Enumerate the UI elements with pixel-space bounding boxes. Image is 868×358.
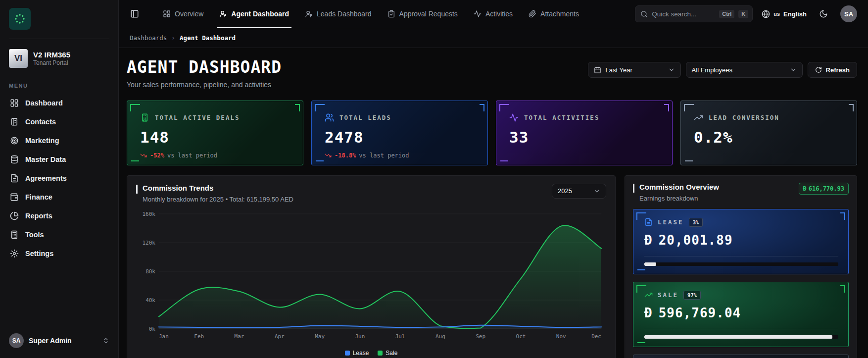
tenant-subtitle: Tenant Portal [33, 59, 70, 66]
chevron-down-icon [668, 66, 675, 73]
tab-overview[interactable]: Overview [156, 0, 210, 28]
building-icon [140, 113, 149, 122]
svg-text:Apr: Apr [275, 333, 285, 340]
target-icon [10, 136, 19, 145]
users-icon [325, 113, 334, 122]
language-label: English [783, 10, 807, 18]
sidebar-item-finance[interactable]: Finance [5, 188, 113, 206]
lease-progress-fill [644, 262, 656, 266]
overview-title: Commission Overview [639, 183, 719, 191]
dashboard-tabs: Overview Agent Dashboard Leads Dashboard… [156, 0, 585, 28]
tab-label: Attachments [540, 10, 579, 18]
next-commission-card[interactable] [633, 355, 849, 358]
contact-book-icon [10, 117, 19, 126]
sidebar: VI V2 IRM365 Tenant Portal MENU Dashboar… [0, 0, 119, 358]
employees-select[interactable]: All Employees [686, 62, 803, 78]
sidebar-toggle-button[interactable] [127, 6, 143, 22]
stat-card-total-leads[interactable]: TOTAL LEADS 2478 -18.8% vs last period [311, 101, 488, 165]
sidebar-item-label: Reports [25, 212, 52, 220]
tab-label: Approval Requests [399, 10, 458, 18]
content: AGENT DASHBOARD Your sales performance, … [119, 48, 868, 358]
stat-cards: TOTAL ACTIVE DEALS 148 -52% vs last peri… [127, 101, 857, 165]
trending-up-icon [694, 113, 703, 122]
stat-label: TOTAL LEADS [339, 114, 391, 121]
tab-agent-dashboard[interactable]: Agent Dashboard [213, 0, 295, 28]
svg-text:Feb: Feb [194, 333, 204, 340]
search-input[interactable] [652, 10, 715, 18]
svg-text:Jun: Jun [355, 333, 365, 340]
svg-text:Jan: Jan [159, 333, 169, 340]
sidebar-item-tools[interactable]: Tools [5, 225, 113, 244]
topbar: Overview Agent Dashboard Leads Dashboard… [119, 0, 868, 28]
legend-label: Lease [353, 350, 369, 357]
stat-label: LEAD CONVERSION [709, 114, 779, 121]
moon-icon [819, 9, 828, 18]
tab-attachments[interactable]: Attachments [522, 0, 585, 28]
sidebar-item-master-data[interactable]: Master Data [5, 150, 113, 169]
activity-icon [474, 10, 482, 18]
sale-amount: 596,769.04 [659, 306, 741, 320]
calculator-icon [10, 230, 19, 239]
sidebar-item-reports[interactable]: Reports [5, 206, 113, 225]
sidebar-item-dashboard[interactable]: Dashboard [5, 94, 113, 112]
sidebar-item-label: Master Data [25, 155, 66, 163]
avatar: SA [9, 333, 24, 348]
legend-swatch [345, 351, 350, 356]
refresh-label: Refresh [826, 66, 850, 74]
stat-value: 2478 [325, 128, 476, 146]
sidebar-item-contacts[interactable]: Contacts [5, 112, 113, 131]
user-switcher[interactable]: SA Super Admin [0, 325, 118, 358]
menu-section-label: MENU [0, 68, 118, 92]
stat-card-total-activities[interactable]: TOTAL ACTIVITIES 33 [496, 101, 673, 165]
stat-card-total-active-deals[interactable]: TOTAL ACTIVE DEALS 148 -52% vs last peri… [127, 101, 303, 165]
sidebar-item-agreements[interactable]: Agreements [5, 169, 113, 188]
year-select[interactable]: 2025 [552, 184, 606, 199]
sale-commission-card[interactable]: SALE 97% Đ 596,769.04 [633, 282, 849, 347]
tenant-brand[interactable]: VI V2 IRM365 Tenant Portal [0, 39, 118, 68]
stat-value: 0.2% [694, 128, 845, 146]
legend-item-lease[interactable]: Lease [345, 350, 369, 357]
language-selector[interactable]: us English [762, 10, 807, 18]
user-icon [305, 10, 313, 18]
tab-leads-dashboard[interactable]: Leads Dashboard [298, 0, 378, 28]
sidebar-item-settings[interactable]: Settings [5, 244, 113, 263]
svg-text:80k: 80k [145, 268, 155, 275]
sidebar-item-label: Contacts [25, 118, 56, 126]
sidebar-menu: Dashboard Contacts Marketing Master Data… [0, 92, 118, 265]
total-amount: 616,770.93 [809, 185, 844, 192]
quick-search[interactable]: Ctrl K [635, 5, 753, 22]
chevrons-up-down-icon [102, 337, 109, 344]
period-select[interactable]: Last Year [588, 62, 681, 78]
commission-trends-chart: 0k40k80k120k160kJanFebMarAprMayJunJulAug… [136, 207, 606, 357]
currency-symbol: Đ [644, 233, 653, 248]
file-text-icon [10, 174, 19, 183]
commission-overview-panel: Commission Overview Earnings breakdown Đ… [625, 175, 857, 358]
grid-icon [163, 10, 171, 18]
stat-label: TOTAL ACTIVITIES [524, 114, 599, 121]
tab-activities[interactable]: Activities [467, 0, 519, 28]
profile-avatar[interactable]: SA [840, 5, 857, 22]
globe-icon [762, 10, 770, 18]
trending-down-icon [140, 152, 147, 159]
stat-change-suffix: vs last period [359, 152, 409, 159]
svg-text:0k: 0k [149, 326, 156, 332]
lease-commission-card[interactable]: LEASE 3% Đ 20,001.89 [633, 209, 849, 274]
language-region: us [773, 11, 780, 17]
breadcrumb-separator: › [171, 34, 175, 42]
refresh-button[interactable]: Refresh [808, 62, 857, 78]
legend-item-sale[interactable]: Sale [378, 350, 397, 357]
page-subtitle: Your sales performance, pipeline, and ac… [127, 81, 282, 89]
legend-swatch [378, 351, 383, 356]
stat-value: 148 [140, 128, 291, 146]
stat-card-lead-conversion[interactable]: LEAD CONVERSION 0.2% [680, 101, 857, 165]
tab-approval-requests[interactable]: Approval Requests [381, 0, 464, 28]
svg-text:160k: 160k [143, 211, 156, 217]
paperclip-icon [529, 10, 536, 18]
breadcrumb-parent[interactable]: Dashboards [130, 34, 167, 42]
theme-toggle-button[interactable] [816, 6, 831, 22]
employees-value: All Employees [692, 66, 732, 74]
sale-label: SALE [658, 291, 678, 299]
breadcrumb-current: Agent Dashboard [180, 34, 236, 42]
org-logo[interactable] [9, 8, 31, 30]
sidebar-item-marketing[interactable]: Marketing [5, 131, 113, 150]
